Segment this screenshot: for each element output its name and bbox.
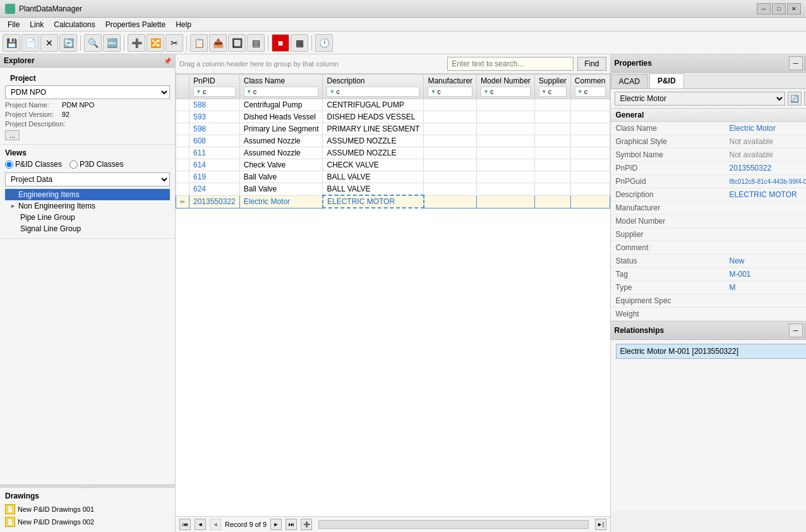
classname-filter[interactable]: ▼c [244,87,319,97]
col-comment[interactable]: Commen ▼c [570,75,610,99]
cell-description[interactable]: DISHED HEADS VESSEL [323,111,424,123]
drawing-item-2[interactable]: 📄 New P&ID Drawings 002 [5,516,170,528]
cell-model[interactable] [477,171,535,183]
clock-button[interactable]: 🕐 [315,34,333,52]
cell-classname[interactable]: Assumed Nozzle [239,135,323,147]
cell-supplier[interactable] [534,99,570,111]
cell-classname-editing[interactable]: Electric Motor [239,195,323,208]
prop-value-supplier[interactable] [725,228,806,241]
pin-icon[interactable]: 📌 [164,57,171,64]
menu-link[interactable]: Link [25,19,49,30]
prop-value-comment[interactable] [725,241,806,255]
cell-supplier[interactable] [534,123,570,135]
col-description[interactable]: Description ▼c [323,75,424,99]
cell-supplier[interactable] [534,183,570,196]
table-row-editing[interactable]: ✏ 2013550322 Electric Motor ELECTRIC MOT… [176,195,610,208]
cell-model[interactable] [477,183,535,196]
description-filter[interactable]: ▼c [327,87,419,97]
copy-button[interactable]: 📋 [190,34,208,52]
highlight-button[interactable]: ■ [272,34,289,52]
cell-manufacturer[interactable] [424,147,477,159]
save-button[interactable]: 💾 [3,34,20,52]
cell-comment[interactable] [570,111,610,123]
grid-button[interactable]: 🔲 [228,34,246,52]
ellipsis-button[interactable]: ... [5,130,20,140]
table-row[interactable]: 614 Check Valve CHECK VALVE [176,159,610,171]
cell-pnpid[interactable]: 598 [189,123,240,135]
cell-classname[interactable]: Assumed Nozzle [239,147,323,159]
refresh-icon-button[interactable]: 🔄 [788,92,802,106]
cell-manufacturer[interactable] [424,135,477,147]
cell-classname[interactable]: Ball Valve [239,183,323,196]
project-select[interactable]: PDM NPO [5,85,170,99]
find-button[interactable]: Find [577,57,606,71]
add-button[interactable]: ➕ [128,34,145,52]
cell-model[interactable] [477,147,535,159]
prop-value-status[interactable]: New ▼ [725,255,806,268]
cell-comment[interactable] [570,135,610,147]
grid2-button[interactable]: ▦ [291,34,308,52]
table-row[interactable]: 608 Assumed Nozzle ASSUMED NOZZLE [176,135,610,147]
table-row[interactable]: 593 Dished Heads Vessel DISHED HEADS VES… [176,111,610,123]
cell-pnpid[interactable]: 588 [189,99,240,111]
menu-file[interactable]: File [3,19,25,30]
minimize-button[interactable]: ─ [757,3,771,15]
cell-comment[interactable] [570,171,610,183]
export-button[interactable]: 📤 [209,34,227,52]
cell-pnpid[interactable]: 624 [189,183,240,196]
cell-comment[interactable] [570,159,610,171]
refresh-button[interactable]: 🔄 [59,34,77,52]
tree-item-engineering-items[interactable]: ▼ Engineering Items [5,189,170,200]
delete-button[interactable]: ✕ [40,34,58,52]
type-dropdown[interactable]: M ▼ [730,283,806,292]
text-button[interactable]: 🔤 [103,34,121,52]
cell-description[interactable]: BALL VALVE [323,171,424,183]
table-row[interactable]: 611 Assumed Nozzle ASSUMED NOZZLE [176,147,610,159]
cell-pnpid[interactable]: 614 [189,159,240,171]
cell-model-editing[interactable] [477,195,535,208]
search-button[interactable]: 🔍 [84,34,102,52]
table-row[interactable]: 598 Primary Line Segment PRIMARY LINE SE… [176,123,610,135]
supplier-filter[interactable]: ▼c [539,87,567,97]
copy-icon-button[interactable]: 📋 [804,92,806,106]
prop-value-pnpguid[interactable]: f8c012c8-81c4-443b-99f4-0158... [725,175,806,188]
tab-pid[interactable]: P&ID [649,73,684,88]
data-selector[interactable]: Project Data [5,172,170,186]
prop-value-tag[interactable]: M-001 ⊞ [725,268,806,281]
col-model[interactable]: Model Number ▼c [477,75,535,99]
horizontal-scrollbar[interactable] [318,520,588,529]
cell-description-editing[interactable]: ELECTRIC MOTOR [323,195,424,208]
rels-minimize-button[interactable]: ─ [789,323,803,337]
status-dropdown[interactable]: New ▼ [730,257,806,265]
p3d-classes-radio[interactable]: P3D Classes [69,160,123,169]
col-manufacturer[interactable]: Manufacturer ▼c [424,75,477,99]
cell-pnpid[interactable]: 593 [189,111,240,123]
cell-model[interactable] [477,123,535,135]
cell-manufacturer[interactable] [424,123,477,135]
cell-description[interactable]: BALL VALVE [323,183,424,196]
prop-value-pnpid[interactable]: 2013550322 [725,162,806,175]
prop-value-manufacturer[interactable] [725,202,806,215]
cell-pnpid-editing[interactable]: 2013550322 [189,195,240,208]
nav-prev-button[interactable]: ◄ [195,519,206,530]
nav-end-button[interactable]: ►| [595,519,606,530]
cell-supplier[interactable] [534,111,570,123]
cell-description[interactable]: ASSUMED NOZZLE [323,135,424,147]
cell-supplier[interactable] [534,135,570,147]
prop-value-model-number[interactable] [725,215,806,228]
cell-classname[interactable]: Primary Line Segment [239,123,323,135]
cell-manufacturer[interactable] [424,183,477,196]
maximize-button[interactable]: □ [772,3,786,15]
comment-filter[interactable]: ▼c [575,87,606,97]
tab-acad[interactable]: ACAD [611,74,648,88]
cell-description[interactable]: ASSUMED NOZZLE [323,147,424,159]
cell-description[interactable]: CENTRIFUGAL PUMP [323,99,424,111]
cell-pnpid[interactable]: 611 [189,147,240,159]
tree-item-signal-line-group[interactable]: Signal Line Group [15,223,170,234]
cell-supplier[interactable] [534,147,570,159]
table-row[interactable]: 588 Centrifugal Pump CENTRIFUGAL PUMP [176,99,610,111]
cell-classname[interactable]: Ball Valve [239,171,323,183]
search-input[interactable] [447,57,574,71]
cell-comment[interactable] [570,123,610,135]
prop-value-class-name[interactable]: Electric Motor [725,122,806,135]
